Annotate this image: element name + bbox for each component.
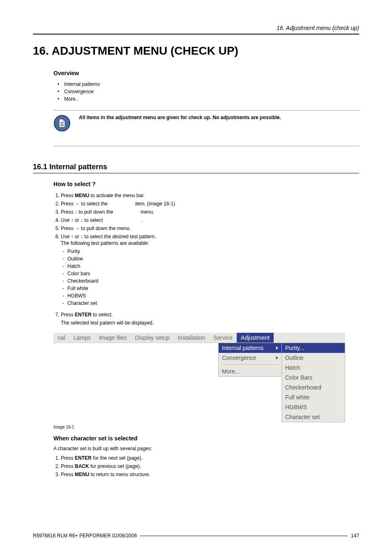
step: Press → to pull down the menu. <box>61 224 359 233</box>
dropdown-item[interactable]: More... <box>219 366 281 376</box>
dropdown-item[interactable]: Outline <box>282 353 345 363</box>
page-number: 147 <box>351 533 359 539</box>
dropdown-item[interactable]: Color Bars <box>282 373 345 382</box>
submenu-arrow-icon <box>276 356 278 359</box>
dropdown-primary: Internal patterns Convergence More... <box>218 343 282 377</box>
step: Press → to select the Adjustment item. (… <box>61 200 359 208</box>
step: Use ↑ or ↓ to select Internal patterns . <box>61 216 359 224</box>
step: Press ENTER to select. The selected test… <box>61 311 359 327</box>
dropdown-item[interactable]: Convergence <box>219 353 281 363</box>
step-result: The selected test pattern will be displa… <box>61 320 359 326</box>
dropdown-item[interactable]: Character set <box>282 412 345 422</box>
howto-heading: How to select ? <box>53 181 359 187</box>
dropdown-label: Convergence <box>222 355 256 361</box>
dropdown-secondary: Purity... Outline Hatch Color Bars Check… <box>281 343 345 422</box>
pattern-item: Hatch <box>68 263 359 270</box>
note-text: All items in the adjustment menu are giv… <box>79 115 359 120</box>
dropdown-item[interactable]: Checkerboard <box>282 382 345 392</box>
menubar-item[interactable]: Lamps <box>69 333 95 343</box>
step: Press BACK for previous set (page). <box>61 462 359 470</box>
charset-intro: A character set is built up with several… <box>53 446 359 451</box>
charset-heading: When character set is selected <box>53 435 359 442</box>
howto-steps: Press MENU to activate the menu bar. Pre… <box>53 191 359 327</box>
overview-item: Internal patterns <box>65 81 359 88</box>
menubar-item[interactable]: Display setup <box>131 333 173 343</box>
pattern-item: Full white <box>68 285 359 292</box>
step: Use ↑ or ↓ to select the desired test pa… <box>61 233 359 311</box>
chapter-title: 16. ADJUSTMENT MENU (CHECK UP) <box>33 44 359 58</box>
pattern-item: Character set <box>68 299 359 307</box>
submenu-arrow-icon <box>276 346 278 350</box>
footer-left: R5976816 RLM R6+ PERFORMER 02/06/2006 <box>33 533 137 539</box>
step: Press ENTER for the next set (page). <box>61 454 359 462</box>
menubar-item-active[interactable]: Adjustment <box>237 333 274 343</box>
pattern-item: Color bars <box>68 270 359 277</box>
pattern-list: Purity Outline Hatch Color bars Checkerb… <box>61 248 359 307</box>
charset-steps: Press ENTER for the next set (page). Pre… <box>53 454 359 479</box>
overview-item: Convergence <box>65 88 359 95</box>
footer-rule <box>140 536 348 536</box>
menubar-item[interactable]: nal <box>53 333 69 343</box>
dropdown-item-selected[interactable]: Purity... <box>282 343 345 353</box>
menubar-item[interactable]: Image files <box>95 333 131 343</box>
image-caption: Image 16-1 <box>53 425 359 429</box>
pattern-item: HGBWS <box>68 292 359 299</box>
dropdown-item[interactable]: HGBWS <box>282 402 345 412</box>
overview-item: More.. <box>65 95 359 103</box>
pattern-item: Checkerboard <box>68 277 359 285</box>
menu-screenshot: nal Lamps Image files Display setup Inst… <box>53 333 345 422</box>
section-title: 16.1 Internal patterns <box>33 163 359 173</box>
menubar-item[interactable]: Installation <box>173 333 209 343</box>
menu-bar: nal Lamps Image files Display setup Inst… <box>53 333 345 343</box>
overview-list: Internal patterns Convergence More.. <box>53 81 359 103</box>
dropdown-label: More... <box>222 368 240 375</box>
dropdown-item-selected[interactable]: Internal patterns <box>219 343 281 353</box>
step: Press MENU to return to menu structure. <box>61 470 359 479</box>
running-header: 16. Adjustment menu (check up) <box>33 25 359 35</box>
page-footer: R5976816 RLM R6+ PERFORMER 02/06/2006 14… <box>33 516 359 539</box>
dropdown-item[interactable]: Hatch <box>282 363 345 373</box>
step: Press MENU to activate the menu bar. <box>61 191 359 200</box>
dropdown-item[interactable]: Full white <box>282 392 345 402</box>
note-box: All items in the adjustment menu are giv… <box>53 110 359 146</box>
dropdown-label: Internal patterns <box>222 345 263 351</box>
pattern-item: Purity <box>68 248 359 255</box>
step: Press ↓ to pull down the Adjustment menu… <box>61 208 359 216</box>
dropdown-separator <box>221 364 279 365</box>
document-icon <box>53 115 71 134</box>
pattern-item: Outline <box>68 255 359 263</box>
menubar-item[interactable]: Service <box>209 333 237 343</box>
overview-heading: Overview <box>53 70 359 76</box>
